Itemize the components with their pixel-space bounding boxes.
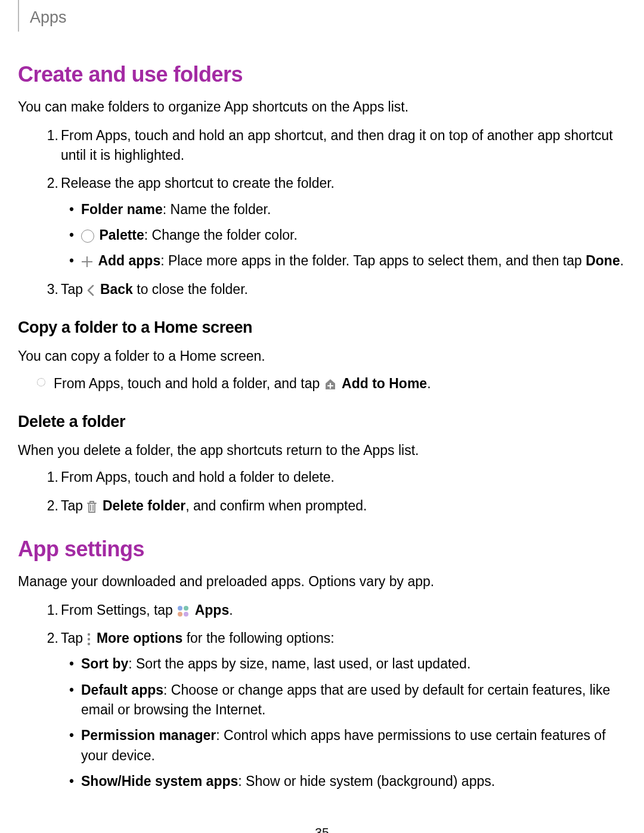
svg-point-3 [184,612,188,617]
palette-label: Palette [99,227,144,243]
more-options-icon [86,633,91,646]
steps-list: From Settings, tap Apps. Tap More option… [18,600,626,792]
more-options-label: More options [97,630,182,646]
sort-by-label: Sort by [81,656,128,671]
palette-icon [81,230,94,243]
section-heading-app-settings: App settings [18,534,626,565]
step-text: : Change the folder color. [144,227,298,243]
list-item: Add apps: Place more apps in the folder.… [81,251,626,271]
steps-list: From Apps, touch and hold a folder to de… [18,467,626,516]
show-hide-system-label: Show/Hide system apps [81,773,238,789]
back-label: Back [100,281,133,297]
svg-point-4 [88,633,90,636]
svg-point-1 [184,606,188,611]
back-icon [86,284,95,296]
step-text: Release the app shortcut to create the f… [61,175,335,191]
list-item: Tap More options for the following optio… [61,628,626,791]
add-home-label: Add to Home [342,376,427,391]
intro-text: When you delete a folder, the app shortc… [18,441,626,460]
step-text: From Apps, touch and hold a folder, and … [54,376,324,391]
default-apps-label: Default apps [81,682,163,698]
step-text: , and confirm when prompted. [185,498,367,513]
list-item: Release the app shortcut to create the f… [61,174,626,271]
breadcrumb: Apps [18,0,626,32]
list-item: Sort by: Sort the apps by size, name, la… [81,654,626,674]
step-text: Tap [61,498,86,513]
delete-folder-label: Delete folder [103,498,185,513]
done-label: Done [586,253,620,268]
list-item: From Settings, tap Apps. [61,600,626,620]
list-item: Tap Back to close the folder. [61,280,626,299]
circle-bullet-icon [37,378,45,386]
step-text: From Apps, touch and hold an app shortcu… [61,128,613,163]
page-number: 35 [18,823,626,833]
circle-bullet-list: From Apps, touch and hold a folder, and … [18,374,626,394]
list-item: From Apps, touch and hold a folder to de… [61,467,626,487]
list-item: From Apps, touch and hold a folder, and … [54,374,626,394]
breadcrumb-label: Apps [30,8,67,26]
step-text: Tap [61,630,86,646]
apps-label: Apps [195,602,230,618]
add-apps-label: Add apps [98,253,160,268]
step-text: From Settings, tap [61,602,177,618]
list-item: Tap Delete folder, and confirm when prom… [61,496,626,516]
folder-name-label: Folder name [81,202,163,217]
step-text: Tap [61,281,86,297]
list-item: From Apps, touch and hold an app shortcu… [61,126,626,166]
intro-text: You can copy a folder to a Home screen. [18,346,626,366]
subheading-copy-folder: Copy a folder to a Home screen [18,316,626,339]
options-list: Sort by: Sort the apps by size, name, la… [61,654,626,791]
steps-list: From Apps, touch and hold an app shortcu… [18,126,626,299]
list-item: Folder name: Name the folder. [81,200,626,219]
sub-bullets: Folder name: Name the folder. Palette: C… [61,200,626,271]
svg-point-6 [88,643,90,645]
svg-point-0 [178,606,182,611]
add-home-icon [324,377,337,391]
intro-text: Manage your downloaded and preloaded app… [18,572,626,592]
step-text: to close the folder. [133,281,248,297]
step-text: for the following options: [182,630,334,646]
step-text: : Name the folder. [163,202,271,217]
list-item: Show/Hide system apps: Show or hide syst… [81,772,626,791]
trash-icon [86,500,97,513]
step-text: . [229,602,233,618]
step-text: . [427,376,431,391]
opt-text: : Sort the apps by size, name, last used… [128,656,470,671]
list-item: Default apps: Choose or change apps that… [81,680,626,720]
subheading-delete-folder: Delete a folder [18,410,626,433]
plus-icon [81,256,93,268]
list-item: Palette: Change the folder color. [81,225,626,245]
svg-point-2 [178,612,182,617]
step-text: : Place more apps in the folder. Tap app… [160,253,586,268]
step-text: . [620,253,624,268]
step-text: From Apps, touch and hold a folder to de… [61,469,335,485]
section-heading-create-folders: Create and use folders [18,59,626,90]
permission-manager-label: Permission manager [81,727,216,743]
intro-text: You can make folders to organize App sho… [18,97,626,117]
svg-point-5 [88,638,90,640]
apps-icon [177,605,190,618]
opt-text: : Show or hide system (background) apps. [238,773,495,789]
list-item: Permission manager: Control which apps h… [81,726,626,766]
